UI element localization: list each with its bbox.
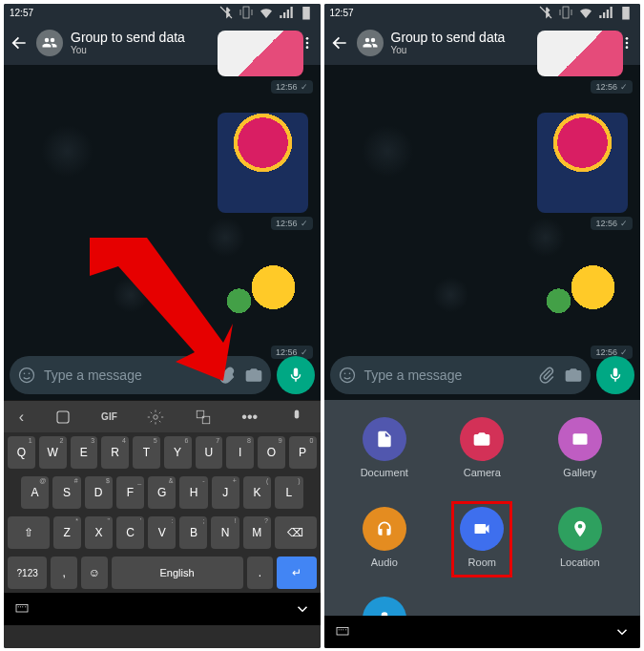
key[interactable]: K( bbox=[243, 476, 271, 509]
key[interactable]: B; bbox=[179, 516, 207, 549]
chat-title: Group to send data bbox=[391, 31, 544, 45]
back-button[interactable] bbox=[330, 33, 349, 52]
attach-gallery[interactable]: Gallery bbox=[558, 417, 602, 478]
chat-title-block[interactable]: Group to send data You bbox=[391, 31, 544, 54]
message-input[interactable]: Type a message bbox=[364, 368, 530, 383]
key[interactable]: W2 bbox=[39, 436, 67, 469]
key[interactable]: U7 bbox=[196, 436, 223, 469]
key[interactable]: C' bbox=[116, 516, 144, 549]
chat-title: Group to send data bbox=[71, 31, 223, 45]
key[interactable]: A@ bbox=[21, 476, 49, 509]
arrow-left-icon bbox=[330, 33, 349, 52]
svg-point-30 bbox=[343, 629, 343, 630]
key[interactable]: S# bbox=[52, 476, 80, 509]
key[interactable]: F_ bbox=[116, 476, 144, 509]
key[interactable]: R4 bbox=[101, 436, 129, 469]
svg-point-6 bbox=[24, 373, 26, 375]
attach-location[interactable]: Location bbox=[558, 507, 602, 568]
status-bar: 12:57 bbox=[4, 4, 321, 21]
keyboard-row: Q1W2E3R4T5Y6U7I8O9P0 bbox=[4, 432, 321, 472]
key[interactable]: V: bbox=[148, 516, 176, 549]
emoji-key[interactable]: ☺ bbox=[81, 556, 108, 589]
mic-icon[interactable] bbox=[288, 409, 305, 426]
group-avatar[interactable] bbox=[36, 30, 63, 56]
pin-icon bbox=[571, 519, 590, 538]
chevron-down-icon[interactable] bbox=[294, 600, 311, 618]
camera-icon[interactable] bbox=[564, 366, 583, 385]
vibrate-icon bbox=[557, 4, 574, 21]
key[interactable]: T5 bbox=[133, 436, 160, 469]
wifi-icon bbox=[577, 4, 594, 21]
key[interactable]: J+ bbox=[212, 476, 239, 509]
key[interactable]: H- bbox=[179, 476, 207, 509]
translate-icon[interactable] bbox=[195, 409, 212, 426]
kb-collapse-icon[interactable]: ‹ bbox=[19, 409, 24, 426]
enter-key[interactable]: ↵ bbox=[277, 556, 316, 589]
chat-title-block[interactable]: Group to send data You bbox=[71, 31, 223, 54]
key[interactable]: Z* bbox=[53, 516, 81, 549]
screenshot-right: 12:57 Group to send data You 12:56✓ bbox=[324, 4, 641, 648]
key[interactable]: L) bbox=[275, 476, 302, 509]
period-key[interactable]: . bbox=[247, 556, 274, 589]
back-button[interactable] bbox=[10, 33, 29, 52]
attach-audio[interactable]: Audio bbox=[363, 507, 406, 568]
keyboard-hide-icon[interactable] bbox=[334, 623, 351, 640]
svg-point-16 bbox=[22, 606, 23, 607]
key[interactable]: D$ bbox=[85, 476, 113, 509]
key[interactable]: X" bbox=[85, 516, 113, 549]
key[interactable]: Y6 bbox=[164, 436, 192, 469]
message-sticker[interactable]: 12:56✓ bbox=[537, 31, 633, 94]
svg-point-24 bbox=[343, 373, 345, 375]
backspace-key[interactable]: ⌫ bbox=[275, 516, 317, 549]
status-time: 12:57 bbox=[330, 8, 354, 18]
attach-label: Document bbox=[361, 467, 408, 478]
message-sticker[interactable]: 12:56✓ bbox=[537, 251, 633, 359]
key[interactable]: N! bbox=[211, 516, 239, 549]
svg-rect-9 bbox=[57, 411, 69, 423]
chat-area[interactable]: 12:56✓ 12:56✓ 12:56✓ bbox=[324, 65, 641, 352]
keyboard: ‹ GIF ••• Q1W2E3R4T5Y6U7I8O9P0 A@S#D$F_G… bbox=[4, 400, 321, 648]
key[interactable]: O9 bbox=[258, 436, 285, 469]
keyboard-row: ?123,☺English.↵ bbox=[4, 553, 321, 593]
key[interactable]: E3 bbox=[71, 436, 98, 469]
keyboard-topbar: ‹ GIF ••• bbox=[4, 400, 321, 432]
mic-button[interactable] bbox=[277, 356, 315, 394]
check-icon: ✓ bbox=[301, 82, 308, 92]
attach-label: Audio bbox=[371, 556, 398, 568]
key[interactable]: M? bbox=[243, 516, 271, 549]
keyboard-hide-icon[interactable] bbox=[13, 600, 31, 618]
camera-icon[interactable] bbox=[244, 366, 263, 385]
more-icon[interactable]: ••• bbox=[241, 409, 258, 426]
check-icon: ✓ bbox=[620, 219, 628, 228]
attach-room[interactable]: Room bbox=[460, 507, 504, 568]
attach-document[interactable]: Document bbox=[361, 417, 408, 478]
symbols-key[interactable]: ?123 bbox=[8, 556, 47, 589]
annotation-highlight bbox=[451, 501, 512, 578]
emoji-icon[interactable] bbox=[17, 366, 36, 385]
sticker-image bbox=[537, 31, 623, 76]
message-sticker[interactable]: 12:56✓ bbox=[218, 113, 313, 230]
chevron-down-icon[interactable] bbox=[613, 623, 631, 640]
message-sticker[interactable]: 12:56✓ bbox=[218, 31, 313, 94]
message-sticker[interactable]: 12:56✓ bbox=[537, 113, 633, 230]
group-avatar[interactable] bbox=[357, 30, 384, 56]
key[interactable]: P0 bbox=[289, 436, 317, 469]
shift-key[interactable]: ⇧ bbox=[8, 516, 50, 549]
comma-key[interactable]: , bbox=[51, 556, 77, 589]
gear-icon[interactable] bbox=[147, 409, 164, 426]
emoji-icon[interactable] bbox=[338, 366, 357, 385]
wifi-icon bbox=[258, 4, 275, 21]
mic-button[interactable] bbox=[596, 356, 634, 394]
gif-icon[interactable]: GIF bbox=[101, 411, 117, 422]
attach-icon[interactable] bbox=[537, 366, 556, 385]
space-key[interactable]: English bbox=[112, 556, 243, 589]
svg-rect-26 bbox=[572, 433, 587, 445]
sticker-icon[interactable] bbox=[54, 409, 72, 426]
key[interactable]: I8 bbox=[226, 436, 254, 469]
attach-camera[interactable]: Camera bbox=[460, 417, 504, 478]
vibrate-icon bbox=[238, 4, 255, 21]
key[interactable]: G& bbox=[148, 476, 176, 509]
input-row: Type a message bbox=[330, 356, 635, 394]
gallery-icon bbox=[571, 430, 590, 449]
key[interactable]: Q1 bbox=[8, 436, 35, 469]
